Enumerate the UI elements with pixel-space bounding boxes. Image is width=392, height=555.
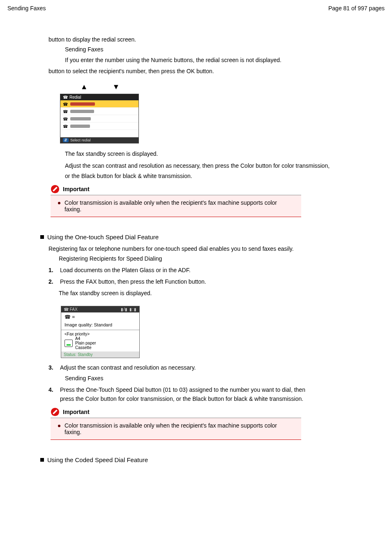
redial-footer: Select redial (70, 138, 91, 142)
step-b1: 1.Load documents on the Platen Glass or … (48, 267, 372, 273)
step-c4a: 4.Press the One-Touch Speed Dial button … (48, 386, 372, 393)
fax-status: Status: Standby (61, 352, 139, 358)
subsection-onetouch: Using the One-touch Speed Dial Feature (40, 234, 372, 240)
phone-icon (63, 101, 68, 107)
step-c3-ref: Sending Faxes (65, 375, 372, 382)
subsection-title-2: Using the Coded Speed Dial Feature (47, 456, 148, 463)
post-redial-p2b: or the Black button for black & white tr… (65, 172, 372, 180)
header-right: Page 81 of 997 pages (328, 5, 385, 12)
subsection-title-1: Using the One-touch Speed Dial Feature (47, 234, 159, 240)
step-b2: 2.Press the FAX button, then press the l… (48, 278, 372, 285)
redial-screenshot: ▲ ▼ Redial ⇵Select redial (60, 83, 140, 143)
square-marker-icon-2 (40, 458, 44, 462)
fax-icon (64, 307, 69, 312)
important-block-1: Important Color transmission is availabl… (51, 185, 301, 217)
important-label-1: Important (63, 186, 90, 192)
step-c4b: press the Color button for color transmi… (60, 395, 372, 403)
redial-row-1[interactable] (60, 100, 138, 108)
subsection1-intro: Registering fax or telephone numbers for… (48, 245, 372, 252)
important-label-2: Important (63, 409, 90, 415)
step3-ref: Sending Faxes (65, 46, 372, 53)
redial-icon (63, 95, 68, 99)
fax-standby-screenshot: FAX▮/▮ ▮:▮ ☎ = Image quality: Standard <… (61, 306, 141, 358)
nav-icon: ⇵ (63, 138, 69, 142)
important-icon (51, 185, 60, 194)
printer-icon (65, 340, 73, 347)
phone-icon (63, 108, 68, 114)
post-redial-p1: The fax standby screen is displayed. (65, 150, 372, 158)
phone-icon (63, 123, 68, 129)
redial-row-2[interactable] (60, 108, 138, 115)
redial-row-3[interactable] (60, 115, 138, 123)
fax-image-quality: Image quality: Standard (61, 321, 139, 330)
fax-time: ▮/▮ ▮:▮ (121, 307, 137, 312)
subsection-coded: Using the Coded Speed Dial Feature (40, 456, 372, 463)
down-arrow-icon: ▼ (113, 83, 120, 91)
phone-icon (63, 116, 68, 122)
fax-source: Cassette (75, 345, 96, 350)
important-icon-2 (51, 407, 60, 416)
important-text-1: Color transmission is available only whe… (65, 199, 294, 213)
step3-para1: If you enter the number using the Numeri… (65, 56, 372, 65)
step3-line: button to display the redial screen. (48, 36, 372, 43)
fax-size: A4 (75, 336, 96, 341)
post-redial-p2a: Adjust the scan contrast and resolution … (65, 162, 372, 170)
step4-line: button to select the recipient's number,… (48, 68, 372, 74)
fax-title: FAX (70, 307, 78, 312)
step-c3: 3.Adjust the scan contrast and resolutio… (48, 364, 372, 371)
fax-paper: Plain paper (75, 341, 96, 345)
redial-row-4[interactable] (60, 123, 138, 130)
fax-priority-label: <Fax priority> (65, 332, 136, 336)
redial-title: Redial (69, 95, 81, 99)
up-arrow-icon: ▲ (81, 83, 88, 91)
header-left: Sending Faxes (7, 5, 46, 12)
square-marker-icon (40, 235, 44, 239)
bullet-icon-2 (58, 425, 60, 427)
important-text-2: Color transmission is available only whe… (65, 422, 294, 435)
step-b2b: The fax standby screen is displayed. (59, 289, 372, 298)
important-block-2: Important Color transmission is availabl… (51, 407, 301, 440)
bullet-icon (58, 202, 60, 204)
subsection1-ref: Registering Recipients for Speed Dialing (59, 255, 372, 262)
fax-tel-row: ☎ = (61, 312, 139, 321)
